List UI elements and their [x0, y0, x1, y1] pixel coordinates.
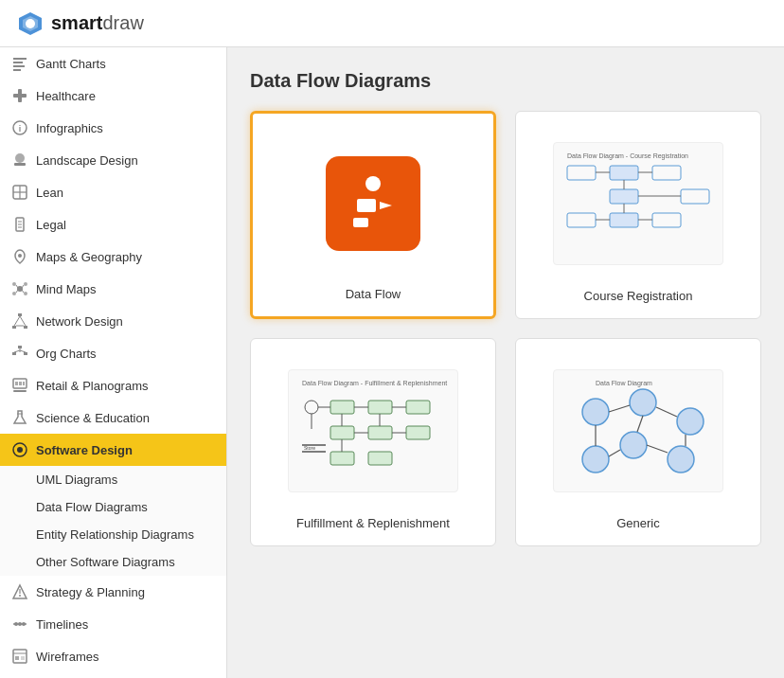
wireframes-label: Wireframes — [36, 650, 98, 664]
svg-rect-64 — [357, 199, 376, 212]
sidebar-sub-item-uml-diagrams[interactable]: UML Diagrams — [0, 466, 226, 493]
strategy-label: Strategy & Planning — [36, 585, 145, 599]
svg-point-55 — [14, 622, 18, 626]
sidebar-item-infographics[interactable]: i Infographics — [0, 112, 226, 144]
data-flow-icon — [326, 156, 420, 251]
svg-text:Data Flow Diagram: Data Flow Diagram — [596, 380, 652, 387]
lean-icon — [11, 184, 28, 201]
science-icon — [11, 409, 28, 426]
svg-point-106 — [582, 399, 609, 425]
svg-line-112 — [609, 405, 630, 412]
svg-point-108 — [677, 408, 704, 435]
svg-point-22 — [17, 286, 23, 292]
svg-rect-13 — [14, 163, 26, 166]
sidebar-item-strategy-planning[interactable]: Strategy & Planning — [0, 576, 226, 608]
sidebar-item-legal[interactable]: Legal — [0, 208, 226, 241]
fulfillment-replenishment-card[interactable]: Data Flow Diagram - Fulfillment & Replen… — [250, 338, 496, 546]
svg-point-27 — [12, 292, 16, 295]
sidebar-item-landscape-design[interactable]: Landscape Design — [0, 144, 226, 176]
org-charts-icon — [11, 345, 28, 362]
timelines-icon — [11, 616, 28, 633]
mind-maps-label: Mind Maps — [36, 282, 97, 296]
svg-text:Store: Store — [304, 445, 315, 451]
fulfillment-replenishment-diagram: Data Flow Diagram - Fulfillment & Replen… — [288, 369, 458, 492]
sidebar-item-timelines[interactable]: Timelines — [0, 608, 226, 640]
generic-diagram: Data Flow Diagram — [553, 369, 723, 492]
svg-rect-86 — [330, 401, 354, 414]
sidebar-sub-item-data-flow-diagrams[interactable]: Data Flow Diagrams — [0, 493, 226, 521]
sidebar-item-healthcare[interactable]: Healthcare — [0, 80, 226, 112]
network-icon — [11, 312, 28, 330]
content-title: Data Flow Diagrams — [250, 70, 761, 92]
svg-marker-65 — [380, 202, 392, 209]
svg-rect-47 — [13, 390, 27, 392]
sidebar-sub-item-entity-relationship-diagrams[interactable]: Entity Relationship Diagrams — [0, 521, 226, 548]
sidebar-item-maps-geography[interactable]: Maps & Geography — [0, 241, 226, 273]
svg-point-57 — [22, 622, 26, 626]
sidebar-sub-menu: UML Diagrams Data Flow Diagrams Entity R… — [0, 466, 226, 576]
sidebar-item-science-education[interactable]: Science & Education — [0, 401, 226, 434]
sidebar-item-software-design[interactable]: Software Design — [0, 434, 226, 466]
svg-rect-69 — [610, 166, 638, 180]
svg-rect-75 — [681, 189, 709, 204]
course-registration-card[interactable]: Data Flow Diagram - Course Registration — [515, 111, 761, 319]
lean-label: Lean — [36, 186, 63, 200]
svg-rect-39 — [24, 352, 27, 355]
svg-line-30 — [22, 290, 24, 293]
svg-rect-7 — [13, 69, 21, 71]
svg-rect-31 — [18, 313, 22, 316]
logo: smartdraw — [15, 9, 144, 39]
svg-line-113 — [656, 407, 677, 417]
other-software-diagrams-label: Other Software Diagrams — [36, 555, 175, 569]
logo-icon — [15, 9, 45, 39]
svg-point-63 — [365, 176, 381, 191]
sidebar-item-lean[interactable]: Lean — [0, 176, 226, 208]
svg-rect-90 — [368, 426, 392, 439]
data-flow-card-label: Data Flow — [346, 287, 401, 301]
svg-rect-89 — [330, 426, 354, 439]
entity-relationship-diagrams-label: Entity Relationship Diagrams — [36, 527, 194, 542]
sidebar: Gantt Charts Healthcare i Infographics L… — [0, 47, 227, 678]
svg-rect-66 — [353, 218, 368, 227]
svg-point-107 — [630, 389, 656, 416]
course-registration-svg: Data Flow Diagram - Course Registration — [558, 147, 719, 260]
svg-rect-5 — [13, 62, 23, 63]
svg-text:i: i — [19, 124, 22, 134]
svg-line-115 — [647, 445, 668, 453]
data-flow-svg — [340, 170, 406, 237]
sidebar-item-network-design[interactable]: Network Design — [0, 305, 226, 337]
svg-line-117 — [609, 450, 620, 456]
svg-point-21 — [18, 254, 22, 258]
legal-label: Legal — [36, 218, 66, 232]
svg-rect-32 — [12, 326, 16, 329]
generic-card[interactable]: Data Flow Diagram — [515, 338, 761, 546]
main-container: Gantt Charts Healthcare i Infographics L… — [0, 47, 784, 678]
infographics-icon: i — [11, 119, 28, 136]
timelines-label: Timelines — [36, 617, 88, 632]
svg-line-42 — [20, 350, 26, 352]
sidebar-item-gantt-charts[interactable]: Gantt Charts — [0, 47, 226, 80]
legal-icon — [11, 216, 28, 233]
sidebar-sub-item-other-software-diagrams[interactable]: Other Software Diagrams — [0, 548, 226, 576]
svg-rect-70 — [652, 166, 681, 180]
svg-rect-38 — [12, 352, 16, 355]
svg-line-24 — [16, 285, 18, 288]
svg-point-110 — [668, 446, 694, 473]
data-flow-card[interactable]: Data Flow — [250, 111, 496, 319]
org-charts-label: Org Charts — [36, 347, 97, 361]
sidebar-item-wireframes[interactable]: Wireframes — [0, 640, 226, 672]
course-registration-card-image: Data Flow Diagram - Course Registration — [531, 127, 745, 279]
healthcare-label: Healthcare — [36, 89, 96, 103]
sidebar-item-mind-maps[interactable]: Mind Maps — [0, 273, 226, 305]
sidebar-item-retail-planograms[interactable]: Retail & Planograms — [0, 369, 226, 401]
uml-diagrams-label: UML Diagrams — [36, 473, 117, 487]
maps-icon — [11, 248, 28, 265]
generic-card-image: Data Flow Diagram — [531, 354, 745, 507]
svg-point-111 — [582, 446, 609, 473]
fulfillment-replenishment-card-label: Fulfillment & Replenishment — [296, 516, 450, 530]
svg-point-50 — [17, 447, 23, 453]
svg-rect-33 — [24, 326, 27, 329]
diagram-grid: Data Flow Data Flow Diagram - Course Reg… — [250, 111, 761, 546]
svg-rect-6 — [13, 65, 25, 67]
sidebar-item-org-charts[interactable]: Org Charts — [0, 337, 226, 369]
